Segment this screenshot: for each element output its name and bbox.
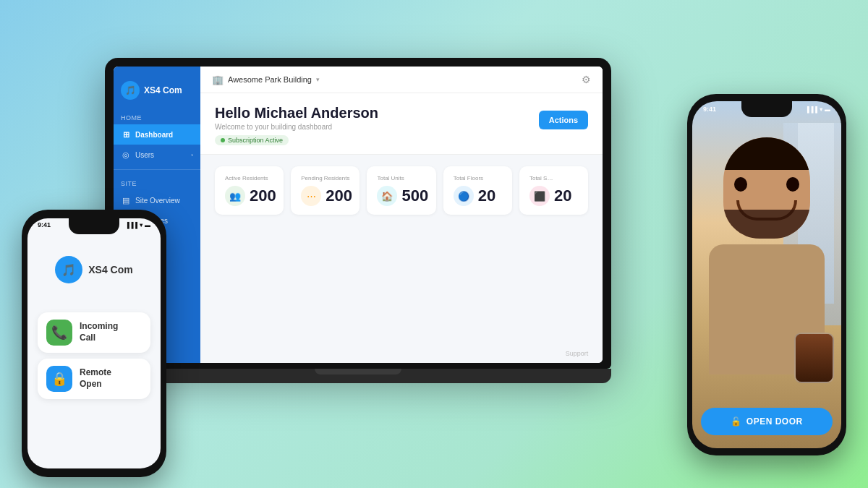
remote-open-icon: 🔒 (46, 366, 72, 392)
person-head (723, 137, 810, 239)
extra-value: 20 (554, 187, 571, 205)
subscription-label: Subscription Active (228, 137, 283, 144)
stat-total-units: Total Units 🏠 500 (367, 166, 435, 215)
phone-logo-icon: 🎵 (55, 256, 82, 283)
users-arrow: › (191, 152, 193, 158)
users-label: Users (135, 151, 154, 159)
stat-active-residents: Active Residents 👥 200 (215, 166, 284, 215)
sidebar-item-site-overview[interactable]: ▤ Site Overview (114, 190, 200, 210)
building-icon: 🏢 (212, 74, 224, 85)
pending-residents-icon: ⋯ (301, 186, 321, 206)
app-logo: 🎵 XS4 Com (114, 75, 200, 108)
left-eye (734, 177, 747, 192)
right-wifi-icon: ▾ (820, 106, 822, 113)
users-icon: ◎ (121, 150, 131, 160)
right-eye (786, 177, 799, 192)
phone-app-name: XS4 Com (88, 264, 132, 275)
right-signal-icon: ▐▐▐ (805, 106, 817, 113)
site-section: Site (114, 174, 200, 190)
extra-icon: ⬛ (529, 186, 550, 206)
total-units-value: 500 (401, 187, 428, 205)
building-selector[interactable]: 🏢 Awesome Park Building ▾ (212, 74, 320, 85)
laptop-base (105, 369, 611, 383)
app-name: XS4 Com (144, 85, 182, 95)
phone-right-screen: 🔓 OPEN DOOR (692, 101, 841, 448)
main-content: 🏢 Awesome Park Building ▾ ⚙ Hello Michae… (200, 67, 603, 363)
phone-left-screen: 🎵 XS4 Com 📞 IncomingCall 🔒 RemoteOpen (27, 218, 161, 468)
phone-right-device: 9:41 ▐▐▐ ▾ ▬ (687, 94, 846, 455)
open-door-lock-icon: 🔓 (731, 416, 742, 427)
stat-label-floors: Total Floors (454, 175, 502, 181)
building-name: Awesome Park Building (228, 75, 312, 84)
logo-icon: 🎵 (121, 81, 140, 100)
right-battery-icon: ▬ (825, 106, 830, 113)
dashboard-label: Dashboard (135, 131, 173, 139)
stat-label-pending: Pending Residents (301, 175, 349, 181)
sidebar-item-users[interactable]: ◎ Users › (114, 145, 200, 165)
welcome-section: Hello Michael Anderson Welcome to your b… (200, 93, 603, 155)
pending-residents-value: 200 (326, 187, 352, 205)
stat-value-row-pending: ⋯ 200 (301, 186, 349, 206)
chevron-down-icon: ▾ (316, 76, 320, 83)
phone-right-notch (741, 101, 792, 117)
pip-person (796, 334, 833, 382)
stat-value-row-floors: 🔵 20 (454, 186, 502, 206)
subscription-badge: Subscription Active (215, 135, 289, 145)
welcome-subtitle: Welcome to your building dashboard (215, 123, 378, 131)
stat-label-extra: Total S… (529, 175, 578, 181)
site-overview-label: Site Overview (135, 197, 180, 205)
sidebar-divider (114, 169, 200, 170)
total-floors-icon: 🔵 (454, 186, 474, 206)
phone-right-status-right: ▐▐▐ ▾ ▬ (805, 106, 830, 113)
active-residents-value: 200 (250, 187, 276, 205)
stats-row: Active Residents 👥 200 Pending Residents… (200, 155, 603, 226)
main-footer: Support (200, 344, 603, 363)
stat-value-row-extra: ⬛ 20 (529, 186, 578, 206)
stat-value-row: 👥 200 (225, 186, 273, 206)
home-section: Home (114, 108, 200, 124)
phone-left-notch (69, 218, 119, 234)
incoming-call-icon: 📞 (46, 320, 72, 346)
incoming-call-label: IncomingCall (80, 321, 118, 343)
open-door-label: OPEN DOOR (746, 416, 803, 427)
remote-open-card[interactable]: 🔒 RemoteOpen (38, 359, 150, 399)
wifi-icon: ▾ (140, 222, 142, 228)
active-residents-icon: 👥 (225, 186, 245, 206)
video-call-scene: 🔓 OPEN DOOR (692, 101, 841, 448)
dashboard-icon: ⊞ (121, 129, 131, 140)
welcome-row: Hello Michael Anderson Welcome to your b… (215, 105, 588, 145)
stat-total-extra: Total S… ⬛ 20 (519, 166, 588, 215)
battery-icon: ▬ (145, 222, 150, 228)
stat-value-row-units: 🏠 500 (377, 186, 425, 206)
remote-open-label: RemoteOpen (80, 367, 111, 390)
stat-total-floors: Total Floors 🔵 20 (443, 166, 512, 215)
subscription-active-dot (221, 138, 225, 142)
sidebar-item-dashboard[interactable]: ⊞ Dashboard (114, 124, 200, 145)
pip-video (794, 333, 834, 383)
top-bar: 🏢 Awesome Park Building ▾ ⚙ (200, 67, 603, 93)
beard (723, 210, 810, 239)
laptop-screen: 🎵 XS4 Com Home ⊞ Dashboard ◎ Users › Sit… (105, 58, 611, 369)
signal-icon: ▐▐▐ (125, 222, 137, 228)
stat-pending-residents: Pending Residents ⋯ 200 (291, 166, 359, 215)
actions-button[interactable]: Actions (539, 111, 588, 129)
site-overview-icon: ▤ (121, 195, 131, 205)
incoming-call-card[interactable]: 📞 IncomingCall (38, 312, 150, 353)
welcome-title: Hello Michael Anderson (215, 105, 378, 121)
laptop-screen-inner: 🎵 XS4 Com Home ⊞ Dashboard ◎ Users › Sit… (114, 67, 603, 363)
laptop-device: 🎵 XS4 Com Home ⊞ Dashboard ◎ Users › Sit… (105, 58, 611, 405)
stat-label-units: Total Units (377, 175, 425, 181)
total-units-icon: 🏠 (377, 186, 397, 206)
phone-left-content: 🎵 XS4 Com 📞 IncomingCall 🔒 RemoteOpen (27, 234, 161, 468)
stat-label-active: Active Residents (225, 175, 273, 181)
open-door-button[interactable]: 🔓 OPEN DOOR (701, 408, 833, 435)
welcome-text: Hello Michael Anderson Welcome to your b… (215, 105, 378, 145)
phone-left-frame: 9:41 ▐▐▐ ▾ ▬ 🎵 XS4 Com 📞 IncomingCall � (22, 210, 166, 477)
phone-left-device: 9:41 ▐▐▐ ▾ ▬ 🎵 XS4 Com 📞 IncomingCall � (22, 210, 166, 477)
phone-right-time: 9:41 (703, 106, 716, 113)
phone-right-frame: 9:41 ▐▐▐ ▾ ▬ (687, 94, 846, 455)
phone-left-time: 9:41 (38, 221, 51, 228)
gear-icon[interactable]: ⚙ (582, 74, 591, 85)
total-floors-value: 20 (478, 187, 495, 205)
person-hair (723, 137, 810, 170)
